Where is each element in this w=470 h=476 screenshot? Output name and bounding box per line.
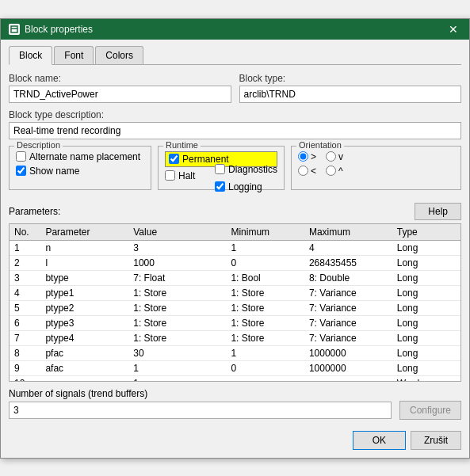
table-row[interactable]: 5 ptype2 1: Store 1: Store 7: Variance L… (10, 300, 460, 315)
cell-value: 7: Float (128, 270, 226, 285)
orientation-up-label: ^ (338, 166, 343, 177)
table-row[interactable]: 4 ptype1 1: Store 1: Store 7: Variance L… (10, 285, 460, 300)
cell-type: Long (392, 285, 460, 300)
help-button[interactable]: Help (415, 203, 461, 220)
cell-minimum: 1 (226, 345, 304, 360)
table-row[interactable]: 6 ptype3 1: Store 1: Store 7: Variance L… (10, 315, 460, 330)
show-name-label: Show name (29, 166, 79, 177)
orientation-right-radio[interactable] (298, 151, 308, 162)
col-header-no: No. (10, 224, 40, 241)
block-name-type-row: Block name: Block type: (9, 73, 461, 103)
diagnostics-label: Diagnostics (228, 164, 277, 175)
table-row[interactable]: 7 ptype4 1: Store 1: Store 7: Variance L… (10, 330, 460, 345)
cell-parameter: n (40, 240, 128, 255)
ok-button[interactable]: OK (353, 431, 406, 450)
signals-input[interactable] (9, 402, 392, 419)
cancel-button[interactable]: Zrušit (411, 431, 461, 450)
cell-maximum: 7: Variance (304, 330, 392, 345)
close-button[interactable]: ✕ (445, 24, 461, 35)
orientation-right: > (298, 151, 316, 162)
block-type-label: Block type: (239, 73, 462, 84)
cell-no: 2 (10, 255, 40, 270)
cell-no: 7 (10, 330, 40, 345)
orientation-left-label: < (311, 166, 316, 177)
diagnostics-checkbox[interactable] (215, 164, 225, 174)
table-row[interactable]: 10 arc 1 Word (10, 375, 460, 382)
block-name-input[interactable] (9, 86, 231, 103)
parameters-tbody: 1 n 3 1 4 Long 2 l 1000 0 268435455 Long… (10, 240, 460, 382)
orientation-down: v (326, 151, 343, 162)
cell-maximum: 1000000 (304, 360, 392, 375)
cell-value: 1 (128, 360, 226, 375)
cell-maximum: 4 (304, 240, 392, 255)
cell-value: 30 (128, 345, 226, 360)
svg-rect-0 (11, 26, 17, 32)
cell-parameter: arc (40, 375, 128, 382)
show-name-row: Show name (16, 166, 144, 177)
orientation-left: < (298, 166, 316, 177)
description-section: Description Alternate name placement Sho… (9, 146, 151, 190)
cell-value: 1: Store (128, 300, 226, 315)
table-row[interactable]: 8 pfac 30 1 1000000 Long (10, 345, 460, 360)
show-name-checkbox[interactable] (16, 166, 26, 176)
table-row[interactable]: 9 afac 1 0 1000000 Long (10, 360, 460, 375)
cell-maximum: 7: Variance (304, 285, 392, 300)
cell-type: Long (392, 315, 460, 330)
cell-no: 8 (10, 345, 40, 360)
title-bar: Block properties ✕ (1, 19, 469, 40)
parameters-header: Parameters: Help (9, 203, 461, 220)
table-row[interactable]: 3 btype 7: Float 1: Bool 8: Double Long (10, 270, 460, 285)
col-header-value: Value (128, 224, 226, 241)
cell-no: 6 (10, 315, 40, 330)
orientation-up-radio[interactable] (326, 166, 336, 176)
window-icon (9, 24, 20, 35)
cell-type: Long (392, 255, 460, 270)
orientation-down-label: v (338, 151, 343, 162)
orientation-right-label: > (311, 151, 316, 162)
tab-colors[interactable]: Colors (95, 46, 143, 64)
permanent-checkbox[interactable] (169, 154, 179, 164)
alternate-name-checkbox[interactable] (16, 151, 26, 162)
cell-no: 5 (10, 300, 40, 315)
cell-type: Long (392, 240, 460, 255)
col-header-parameter: Parameter (40, 224, 128, 241)
cell-minimum: 1: Bool (226, 270, 304, 285)
cell-minimum: 1: Store (226, 315, 304, 330)
halt-label: Halt (178, 170, 195, 181)
block-type-input[interactable] (239, 86, 462, 103)
cell-value: 1: Store (128, 285, 226, 300)
cell-parameter: l (40, 255, 128, 270)
cell-type: Long (392, 270, 460, 285)
cell-parameter: ptype1 (40, 285, 128, 300)
orientation-down-radio[interactable] (326, 151, 336, 162)
logging-checkbox[interactable] (215, 181, 225, 192)
cell-value: 1000 (128, 255, 226, 270)
sections-row: Description Alternate name placement Sho… (9, 146, 461, 196)
window-title: Block properties (25, 24, 93, 35)
table-row[interactable]: 1 n 3 1 4 Long (10, 240, 460, 255)
block-type-desc-input[interactable] (9, 122, 461, 139)
orientation-row-2: < ^ (298, 166, 454, 177)
cell-maximum (304, 375, 392, 382)
cell-parameter: afac (40, 360, 128, 375)
col-header-maximum: Maximum (304, 224, 392, 241)
configure-button[interactable]: Configure (399, 401, 461, 420)
parameters-table-container[interactable]: No. Parameter Value Minimum Maximum Type… (9, 223, 461, 382)
cell-type: Word (392, 375, 460, 382)
cell-maximum: 7: Variance (304, 300, 392, 315)
cell-type: Long (392, 300, 460, 315)
cell-parameter: pfac (40, 345, 128, 360)
logging-row: Logging (215, 181, 277, 192)
tab-font[interactable]: Font (54, 46, 94, 64)
halt-checkbox[interactable] (165, 170, 175, 181)
cell-no: 10 (10, 375, 40, 382)
orientation-left-radio[interactable] (298, 166, 308, 176)
cell-value: 3 (128, 240, 226, 255)
signals-section: Number of signals (trend buffers) Config… (9, 388, 461, 420)
orientation-section-title: Orientation (296, 140, 344, 150)
tab-block[interactable]: Block (9, 46, 52, 65)
cell-minimum: 1: Store (226, 300, 304, 315)
tab-bar: Block Font Colors (9, 46, 461, 65)
table-row[interactable]: 2 l 1000 0 268435455 Long (10, 255, 460, 270)
col-header-minimum: Minimum (226, 224, 304, 241)
